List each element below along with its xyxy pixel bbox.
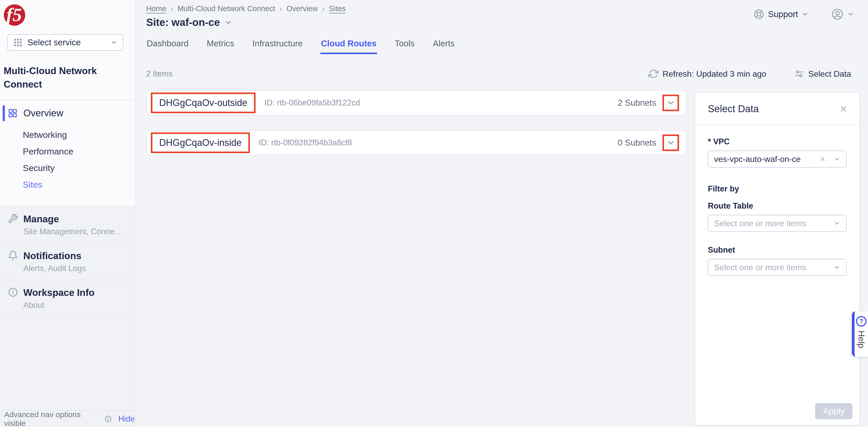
lifebuoy-icon — [753, 9, 764, 20]
subnet-placeholder: Select one or more items — [714, 263, 826, 272]
f5-logo-icon: f5 — [3, 4, 26, 26]
select-data-label: Select Data — [808, 69, 851, 79]
hide-nav-link[interactable]: Hide — [118, 414, 135, 424]
panel-body: * VPC ves-vpc-auto-waf-on-ce Filter by R… — [695, 125, 859, 276]
sidebar-item-overview[interactable]: Overview — [0, 104, 135, 123]
vpc-label: * VPC — [708, 137, 847, 146]
divider — [0, 100, 135, 101]
select-service-dropdown[interactable]: Select service — [7, 34, 123, 51]
route-table-list: DHGgCqaOv-outside ID: rtb-06be09fa5b3f12… — [146, 91, 686, 155]
tab-dashboard[interactable]: Dashboard — [146, 39, 189, 54]
sidebar-item-label: Overview — [23, 108, 63, 119]
breadcrumb-sites[interactable]: Sites — [329, 4, 345, 13]
info-icon — [104, 415, 112, 423]
sidebar-item-workspace-info[interactable]: Workspace Info About — [0, 281, 135, 317]
subnet-label: Subnet — [708, 245, 847, 255]
clear-selection-icon[interactable] — [819, 156, 826, 162]
close-panel-button[interactable] — [839, 104, 848, 113]
breadcrumb-home[interactable]: Home — [146, 4, 166, 13]
chevron-down-icon — [833, 220, 840, 227]
sidebar-top: f5 Select service Multi-Cloud Network Co… — [0, 0, 135, 206]
main-content: Home › Multi-Cloud Network Connect › Ove… — [135, 0, 868, 427]
route-table-label: Route Table — [708, 201, 847, 211]
header-actions: Support — [752, 8, 856, 21]
f5-logo[interactable]: f5 — [3, 4, 26, 26]
refresh-label: Refresh: Updated 3 min ago — [662, 69, 766, 79]
route-table-select[interactable]: Select one or more items — [708, 215, 847, 232]
tab-metrics[interactable]: Metrics — [206, 39, 235, 54]
chevron-down-icon — [666, 138, 675, 147]
sidebar-item-security[interactable]: Security — [0, 160, 135, 176]
items-count: 2 Items — [146, 69, 173, 78]
chevron-down-icon — [666, 98, 675, 107]
chevron-down-icon — [802, 11, 808, 18]
tab-tools[interactable]: Tools — [394, 39, 415, 54]
account-menu-button[interactable] — [830, 8, 856, 21]
support-menu-button[interactable]: Support — [752, 8, 810, 20]
select-data-panel: Select Data * VPC ves-vpc-auto-waf-on-ce — [695, 93, 859, 425]
sidebar-item-sites[interactable]: Sites — [0, 176, 135, 193]
sliders-icon — [795, 69, 804, 79]
sidebar-subnav: Networking Performance Security Sites — [0, 126, 135, 193]
route-table-name: DHGgCqaOv-outside — [159, 97, 247, 108]
subnet-select[interactable]: Select one or more items — [708, 259, 847, 276]
page-title: Site: waf-on-ce — [146, 17, 220, 28]
route-table-placeholder: Select one or more items — [714, 219, 826, 228]
chevron-down-icon[interactable] — [224, 19, 232, 26]
select-data-button[interactable]: Select Data — [793, 69, 853, 79]
route-table-row: DHGgCqaOv-outside ID: rtb-06be09fa5b3f12… — [146, 91, 686, 115]
wrench-icon — [8, 214, 18, 224]
filter-by-label: Filter by — [708, 184, 847, 194]
overview-grid-icon — [8, 108, 18, 118]
support-label: Support — [768, 9, 798, 19]
sidebar-item-notifications[interactable]: Notifications Alerts, Audit Logs — [0, 243, 135, 281]
refresh-icon — [649, 69, 658, 79]
sidebar-item-performance[interactable]: Performance — [0, 143, 135, 160]
section-label: Manage — [23, 214, 121, 225]
tab-infrastructure[interactable]: Infrastructure — [252, 39, 303, 54]
select-service-label: Select service — [28, 38, 105, 47]
sidebar-sections: Manage Site Management, Conne... Notific… — [0, 206, 135, 317]
close-icon — [839, 104, 848, 113]
chevron-down-icon — [847, 11, 854, 18]
breadcrumb-overview: Overview — [286, 4, 318, 13]
route-table-id: ID: rtb-0f09282f94b3a8cf8 — [259, 138, 618, 147]
route-table-id: ID: rtb-06be09fa5b3f122cd — [265, 98, 618, 107]
advanced-nav-text: Advanced nav options visible — [4, 410, 101, 427]
breadcrumb-separator: › — [170, 4, 173, 13]
subnet-count: 0 Subnets — [618, 138, 656, 148]
panel-title: Select Data — [708, 103, 758, 114]
breadcrumb-service: Multi-Cloud Network Connect — [178, 4, 275, 13]
help-icon: ? — [856, 316, 867, 327]
help-tab[interactable]: ? Help — [852, 311, 868, 357]
svg-text:f5: f5 — [6, 4, 22, 25]
expand-row-button[interactable] — [662, 95, 679, 111]
route-table-name: DHGgCqaOv-inside — [159, 137, 242, 148]
vpc-selected-value: ves-vpc-auto-waf-on-ce — [714, 155, 819, 164]
breadcrumb-separator: › — [279, 4, 282, 13]
tab-cloud-routes[interactable]: Cloud Routes — [320, 39, 377, 54]
chevron-down-icon — [111, 39, 117, 46]
svg-text:?: ? — [860, 318, 863, 325]
workspace-title: Multi-Cloud Network Connect — [4, 64, 127, 91]
sidebar-footer: Advanced nav options visible Hide — [0, 410, 135, 427]
help-tab-label: Help — [856, 331, 866, 348]
expand-row-button[interactable] — [662, 134, 679, 151]
info-icon — [8, 287, 18, 297]
apply-button[interactable]: Apply — [815, 403, 852, 419]
grid-dots-icon — [13, 38, 22, 47]
section-subtitle: Site Management, Conne... — [23, 227, 121, 236]
bell-icon — [8, 250, 18, 261]
sidebar-nav: Overview Networking Performance Security… — [0, 104, 135, 193]
user-avatar-icon — [831, 8, 844, 21]
vpc-select[interactable]: ves-vpc-auto-waf-on-ce — [708, 151, 847, 168]
chevron-down-icon — [833, 264, 840, 271]
section-subtitle: Alerts, Audit Logs — [23, 264, 86, 273]
tab-alerts[interactable]: Alerts — [432, 39, 455, 54]
refresh-button[interactable]: Refresh: Updated 3 min ago — [647, 69, 768, 79]
sidebar-filler — [0, 317, 135, 410]
active-nav-indicator — [3, 105, 5, 121]
sidebar-item-manage[interactable]: Manage Site Management, Conne... — [0, 207, 135, 243]
sidebar-item-networking[interactable]: Networking — [0, 126, 135, 143]
section-label: Notifications — [23, 250, 86, 262]
